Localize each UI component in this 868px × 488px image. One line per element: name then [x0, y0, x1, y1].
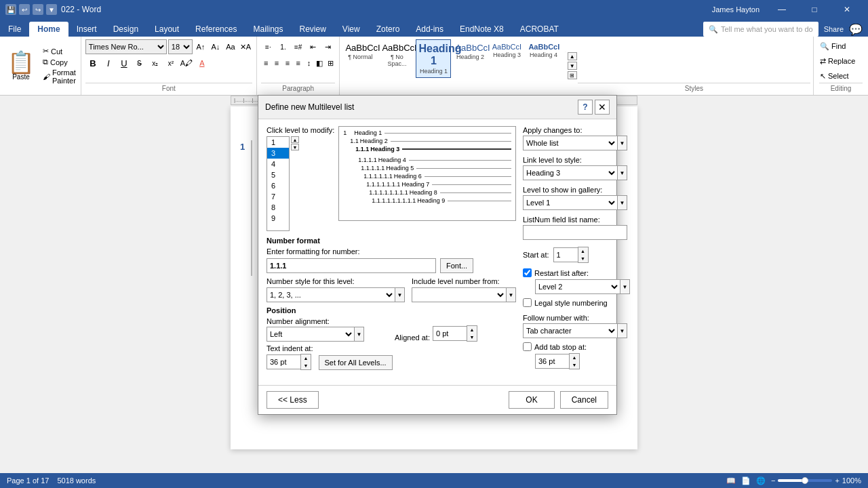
indent-down[interactable]: ▼: [301, 362, 311, 369]
tab-insert[interactable]: Insert: [68, 22, 105, 37]
number-format-input[interactable]: [267, 258, 436, 273]
format-painter-button[interactable]: 🖌 Format Painter: [41, 68, 78, 85]
indent-input[interactable]: [267, 354, 300, 369]
close-button[interactable]: ✕: [831, 0, 863, 19]
text-highlight-button[interactable]: A🖍: [179, 56, 194, 70]
italic-button[interactable]: I: [101, 56, 116, 70]
font-size-select[interactable]: 18: [168, 39, 193, 54]
shading-button[interactable]: ◧: [315, 56, 325, 70]
set-for-all-button[interactable]: Set for All Levels...: [319, 355, 393, 370]
align-center-button[interactable]: ≡: [272, 56, 282, 70]
view-icon-web[interactable]: 🌐: [756, 476, 766, 485]
clear-format-button[interactable]: ✕A: [239, 40, 252, 54]
aligned-at-up[interactable]: ▲: [467, 326, 477, 333]
border-button[interactable]: ⊞: [326, 56, 336, 70]
link-style-select[interactable]: Heading 3: [523, 165, 618, 180]
font-grow-button[interactable]: A↑: [194, 40, 208, 54]
tab-file[interactable]: File: [0, 22, 29, 37]
redo-icon[interactable]: ↪: [33, 4, 43, 15]
level-5[interactable]: 5: [267, 169, 289, 180]
bullets-button[interactable]: ≡·: [261, 39, 275, 54]
start-at-up[interactable]: ▲: [578, 247, 588, 255]
restart-dropdown[interactable]: ▼: [620, 279, 630, 294]
level-list[interactable]: 1 3 4 5 6 7 8 9: [267, 136, 290, 231]
share-btn[interactable]: Share: [824, 25, 844, 33]
styles-expand[interactable]: ⊞: [568, 71, 577, 79]
replace-button[interactable]: ⇄Replace: [819, 54, 867, 68]
apply-to-select[interactable]: Whole list: [523, 136, 618, 150]
select-button[interactable]: ↖Select: [819, 69, 867, 83]
tab-endnote[interactable]: EndNote X8: [452, 22, 512, 37]
undo-icon[interactable]: ↩: [19, 4, 30, 15]
bold-button[interactable]: B: [85, 56, 100, 70]
restart-checkbox[interactable]: [523, 268, 532, 277]
add-tab-input[interactable]: [535, 354, 569, 369]
tab-mailings[interactable]: Mailings: [245, 22, 291, 37]
number-style-select[interactable]: 1, 2, 3, ...: [267, 287, 395, 302]
tab-layout[interactable]: Layout: [146, 22, 187, 37]
alignment-dropdown[interactable]: ▼: [355, 327, 364, 342]
level-7[interactable]: 7: [267, 191, 289, 202]
numbering-button[interactable]: 1.: [276, 39, 290, 54]
listnum-input[interactable]: [523, 225, 627, 240]
start-at-down[interactable]: ▼: [578, 255, 588, 262]
font-btn[interactable]: Font...: [440, 258, 473, 273]
style-heading4[interactable]: AaBbCcI Heading 4: [526, 39, 561, 62]
customize-icon[interactable]: ▼: [46, 4, 57, 15]
add-tab-checkbox[interactable]: [523, 342, 532, 351]
tab-view[interactable]: View: [334, 22, 368, 37]
number-style-dropdown[interactable]: ▼: [395, 287, 405, 302]
level-3-selected[interactable]: 3: [267, 148, 289, 159]
style-heading2[interactable]: AaBbCcI Heading 2: [452, 39, 488, 64]
find-button[interactable]: 🔍Find: [819, 39, 867, 53]
tab-home[interactable]: Home: [29, 22, 68, 37]
styles-scroll-up[interactable]: ▲: [568, 52, 577, 60]
save-icon[interactable]: 💾: [5, 4, 16, 15]
tab-references[interactable]: References: [187, 22, 245, 37]
style-heading1[interactable]: Heading 1 Heading 1: [416, 39, 451, 78]
start-at-input[interactable]: [553, 247, 578, 262]
level-4[interactable]: 4: [267, 159, 289, 169]
align-right-button[interactable]: ≡: [282, 56, 292, 70]
zoom-out-icon[interactable]: −: [771, 476, 775, 485]
tab-addins[interactable]: Add-ins: [408, 22, 452, 37]
style-normal[interactable]: AaBbCcI ¶ Normal: [342, 39, 378, 64]
tab-design[interactable]: Design: [105, 22, 146, 37]
tab-zotero[interactable]: Zotero: [368, 22, 408, 37]
follow-dropdown[interactable]: ▼: [618, 323, 627, 338]
dialog-close-button[interactable]: ✕: [595, 100, 610, 115]
zoom-slider[interactable]: [778, 479, 832, 482]
view-icon-read[interactable]: 📖: [726, 476, 736, 485]
subscript-button[interactable]: x₂: [148, 56, 163, 70]
font-name-select[interactable]: Times New Ro...: [85, 39, 167, 54]
maximize-button[interactable]: □: [799, 0, 830, 19]
follow-select[interactable]: Tab character: [523, 323, 618, 338]
add-tab-up[interactable]: ▲: [570, 354, 579, 361]
less-button[interactable]: << Less: [267, 391, 319, 409]
tab-review[interactable]: Review: [291, 22, 334, 37]
gallery-select[interactable]: Level 1: [523, 195, 618, 210]
line-spacing-button[interactable]: ↕: [304, 56, 314, 70]
align-left-button[interactable]: ≡: [261, 56, 271, 70]
font-color-button[interactable]: A: [195, 56, 210, 70]
font-shrink-button[interactable]: A↓: [209, 40, 222, 54]
style-title[interactable]: AaBb Title: [562, 39, 565, 66]
level-9[interactable]: 9: [267, 213, 289, 224]
underline-button[interactable]: U: [117, 56, 132, 70]
style-heading3[interactable]: AaBbCcI Heading 3: [489, 39, 524, 62]
zoom-in-icon[interactable]: +: [835, 476, 839, 485]
cut-button[interactable]: ✂ Cut: [41, 46, 78, 56]
alignment-select[interactable]: Left: [267, 327, 355, 342]
copy-button[interactable]: ⧉ Copy: [41, 57, 78, 67]
ok-button[interactable]: OK: [509, 391, 554, 409]
style-no-spacing[interactable]: AaBbCcI ¶ No Spac...: [379, 39, 414, 70]
include-level-dropdown[interactable]: ▼: [507, 287, 516, 302]
level-scroll-down[interactable]: ▼: [291, 144, 299, 150]
styles-scroll-down[interactable]: ▼: [568, 62, 577, 70]
tab-acrobat[interactable]: ACROBAT: [512, 22, 567, 37]
add-tab-down[interactable]: ▼: [570, 361, 579, 369]
minimize-button[interactable]: —: [766, 0, 797, 19]
comment-icon[interactable]: 💬: [849, 23, 863, 36]
level-1[interactable]: 1: [267, 137, 289, 148]
superscript-button[interactable]: x²: [163, 56, 178, 70]
